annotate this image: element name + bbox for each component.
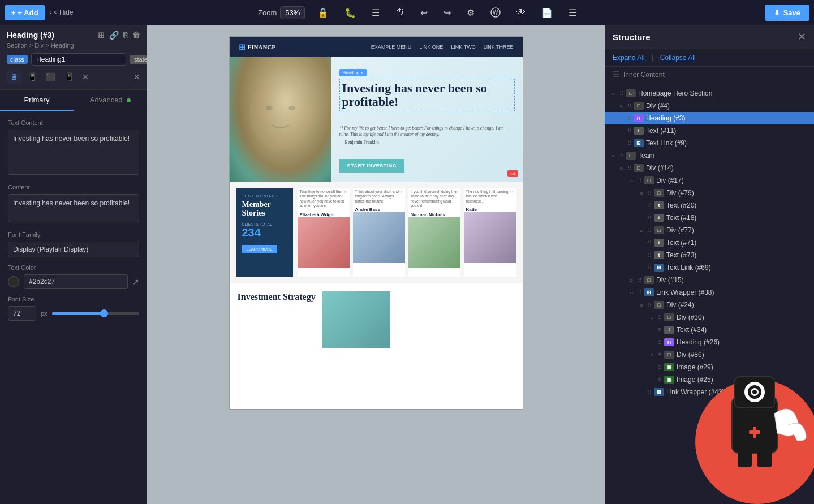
toggle-div4[interactable]: ○ [617,102,625,110]
tree-item-div30[interactable]: ○ ⠿ □ Div (#30) [605,311,814,324]
drag-handle[interactable]: ⠿ [619,91,623,97]
link-icon[interactable]: 🔗 [109,31,119,40]
drag-handle-div24[interactable]: ⠿ [648,302,652,308]
tree-item-team[interactable]: ○ ⠿ □ Team [605,149,814,162]
desktop-button[interactable]: 🖥 [7,70,21,84]
canvas-area[interactable]: ⊞ FINANCE EXAMPLE MENU LINK ONE LINK TWO… [147,25,605,504]
toggle-div86[interactable]: ○ [648,351,656,359]
add-button[interactable]: + + Add [5,5,45,20]
toggle-div77[interactable]: ○ [638,226,645,234]
undo-button[interactable]: ↩ [417,5,431,20]
tree-item-div4[interactable]: ○ ⠿ □ Div (#4) [605,100,814,112]
tree-item-heading3[interactable]: ⠿ H Heading (#3) [605,112,814,124]
expand-all-button[interactable]: Expand All [613,54,645,62]
font-family-select[interactable]: Display (Playfair Display) [8,242,139,257]
tree-item-div17[interactable]: ○ ⠿ □ Div (#17) [605,174,814,187]
tree-item-img25[interactable]: ⠿ ▣ Image (#25) [605,373,814,386]
tree-item-div79[interactable]: ○ ⠿ □ Div (#79) [605,187,814,199]
learn-more-button[interactable]: LEARN MORE [242,245,277,253]
tree-item-div77[interactable]: ○ ⠿ □ Div (#77) [605,224,814,236]
drag-handle-text34[interactable]: ⠿ [658,327,662,333]
tree-item-text73[interactable]: ⠿ t Text (#73) [605,249,814,261]
drag-handle-text71[interactable]: ⠿ [648,240,652,246]
save-button[interactable]: ⬇ Save [765,5,809,21]
tree-item-text34[interactable]: ⠿ t Text (#34) [605,324,814,336]
tree-item-div86[interactable]: ○ ⠿ □ Div (#86) [605,348,814,361]
toggle-div14[interactable]: ○ [617,164,625,172]
drag-handle-h26[interactable]: ⠿ [658,339,662,346]
toggle-lw38[interactable]: ○ [627,288,635,296]
class-input[interactable] [31,53,126,66]
hide-button[interactable]: ‹ < Hide [50,8,74,16]
lock-button[interactable]: 🔒 [314,5,332,20]
toggle-div30[interactable]: ○ [648,313,656,321]
align-button[interactable]: ☰ [368,5,383,20]
tree-item-div15[interactable]: ○ ⠿ □ Div (#15) [605,274,814,286]
drag-handle-text18[interactable]: ⠿ [648,215,652,221]
drag-handle-div86[interactable]: ⠿ [658,352,662,358]
tree-item-text71[interactable]: ⠿ t Text (#71) [605,236,814,249]
history-button[interactable]: ⏱ [392,5,408,20]
color-arrow-icon[interactable]: ↗ [132,277,139,286]
drag-handle-div14[interactable]: ⠿ [627,165,631,171]
close-panel-icon[interactable]: ✕ [133,72,140,81]
drag-handle-link69[interactable]: ⠿ [648,265,652,271]
toggle-homepage[interactable]: ○ [609,89,617,97]
debug-button[interactable]: 🐛 [341,5,359,20]
drag-handle-team[interactable]: ⠿ [619,153,623,159]
drag-handle-lw43[interactable]: ⠿ [648,389,652,395]
toggle-team[interactable]: ○ [609,152,617,160]
preview-cta-button[interactable]: START INVESTING [339,159,405,173]
tree-item-text18[interactable]: ⠿ t Text (#18) [605,212,814,224]
tablet-button[interactable]: 📱 [24,70,40,84]
tree-item-text20[interactable]: ⠿ t Text (#20) [605,199,814,212]
content-input[interactable]: Investing has never been so profitable! [8,194,139,222]
font-size-slider[interactable] [52,312,139,315]
tree-item-heading26[interactable]: ⠿ H Heading (#26) [605,336,814,348]
preview-button[interactable]: 👁 [513,5,529,20]
wordpress-button[interactable]: W [487,5,504,20]
close-structure-button[interactable]: ✕ [798,31,806,43]
toggle-div15[interactable]: ○ [627,276,635,284]
drag-handle-div30[interactable]: ⠿ [658,315,662,321]
text-content-input[interactable]: Investing has never been so profitable! [8,130,139,175]
drag-handle-img29[interactable]: ⠿ [658,364,662,371]
drag-handle-div77[interactable]: ⠿ [648,227,652,234]
close-device-icon[interactable]: ✕ [82,72,89,81]
tab-advanced[interactable]: Advanced [74,90,147,111]
drag-handle-text11[interactable]: ⠿ [627,128,631,134]
redo-button[interactable]: ↪ [440,5,454,20]
layout-icon[interactable]: ⊞ [98,31,105,40]
toggle-div24[interactable]: ○ [638,301,645,309]
tree-item-link69[interactable]: ⠿ ⊞ Text Link (#69) [605,261,814,274]
collapse-all-button[interactable]: Collapse All [660,54,696,62]
drag-handle-div4[interactable]: ⠿ [627,103,631,109]
drag-handle-img25[interactable]: ⠿ [658,377,662,383]
tab-primary[interactable]: Primary [0,90,74,111]
drag-handle-div15[interactable]: ⠿ [638,277,641,283]
toggle-div79[interactable]: ○ [638,189,645,197]
delete-icon[interactable]: 🗑 [132,31,140,40]
state-badge[interactable]: state [130,55,147,64]
copy-icon[interactable]: ⎘ [123,31,128,40]
tree-item-div24[interactable]: ○ ⠿ □ Div (#24) [605,299,814,311]
toggle-div17[interactable]: ○ [627,176,635,184]
font-size-input[interactable] [8,306,36,321]
tree-item-text11[interactable]: ⠿ t Text (#11) [605,124,814,137]
drag-handle-div79[interactable]: ⠿ [648,190,652,196]
tablet-landscape-button[interactable]: ⬛ [42,70,59,84]
drag-handle-link9[interactable]: ⠿ [627,140,631,147]
color-swatch[interactable] [8,276,19,287]
drag-handle-lw38[interactable]: ⠿ [638,290,641,296]
drag-handle-heading3[interactable]: ⠿ [627,115,631,122]
tree-item-img29[interactable]: ⠿ ▣ Image (#29) [605,361,814,373]
integrations-button[interactable]: ⚙ [463,5,478,20]
drag-handle-div17[interactable]: ⠿ [638,178,641,184]
tree-item-div14[interactable]: ○ ⠿ □ Div (#14) [605,162,814,174]
tree-item-homepage-hero[interactable]: ○ ⠿ □ Homepage Hero Section [605,87,814,100]
tree-item-linkwrapper38[interactable]: ○ ⠿ ⊞ Link Wrapper (#38) [605,286,814,299]
pages-button[interactable]: 📄 [538,5,556,20]
drag-handle-text20[interactable]: ⠿ [648,203,652,209]
tree-item-lw43[interactable]: ⠿ ⊞ Link Wrapper (#43) [605,386,814,398]
color-input[interactable] [24,274,128,289]
